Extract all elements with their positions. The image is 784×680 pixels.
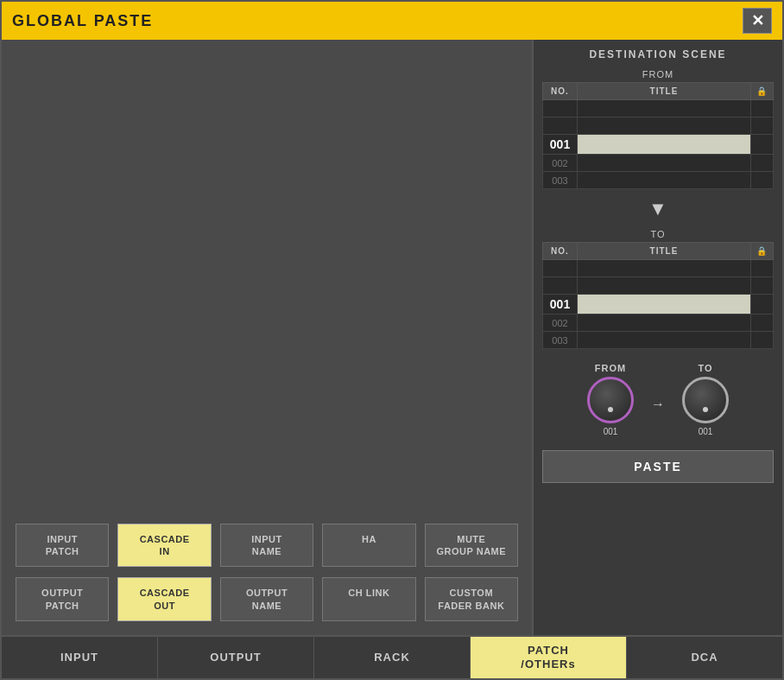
close-button[interactable]: ✕ [743, 8, 772, 34]
tab-dca-label: DCA [691, 651, 718, 664]
from-row-0-no [543, 100, 578, 118]
btn-cascade-in[interactable]: CASCADE IN [117, 524, 211, 568]
to-row-2-no: 001 [543, 295, 578, 315]
from-row-0-title [578, 100, 751, 118]
destination-scene-title: DESTINATION SCENE [542, 48, 774, 60]
title-bar: GLOBAL PASTE ✕ [2, 2, 782, 40]
to-row-2-title [578, 295, 751, 315]
from-row-3-title [578, 155, 751, 172]
to-knob[interactable] [682, 377, 729, 423]
button-row-1: INPUT PATCHCASCADE ININPUT NAMEHAMUTE GR… [16, 524, 518, 568]
tab-bar: INPUTOUTPUTRACKPATCH /OTHERsDCA [2, 635, 782, 678]
from-knob-label: FROM [595, 363, 626, 373]
from-label: FROM [542, 69, 774, 79]
left-panel: INPUT PATCHCASCADE ININPUT NAMEHAMUTE GR… [2, 40, 532, 635]
btn-output-name[interactable]: OUTPUT NAME [220, 577, 313, 621]
btn-input-name[interactable]: INPUT NAME [220, 524, 313, 568]
to-row-3-title [578, 315, 751, 332]
tab-output[interactable]: OUTPUT [158, 637, 314, 678]
from-row-2-title [578, 135, 751, 155]
tab-input[interactable]: INPUT [2, 637, 158, 678]
from-col-lock: 🔒 [751, 83, 774, 100]
to-row-0-lock [751, 260, 774, 277]
to-row-4-lock [751, 332, 774, 349]
global-paste-window: GLOBAL PASTE ✕ INPUT PATCHCASCADE ININPU… [0, 0, 784, 680]
arrow-section: ▼ [542, 196, 774, 222]
knob-arrow-icon: → [651, 397, 665, 412]
to-knob-label: TO [698, 363, 712, 373]
btn-ch-link[interactable]: CH LINK [322, 577, 415, 621]
from-row-0-lock [751, 100, 774, 118]
tab-patch-others[interactable]: PATCH /OTHERs [471, 637, 627, 678]
right-panel: DESTINATION SCENE FROM NO. TITLE 🔒 00100… [532, 40, 782, 635]
from-row-2-lock [751, 135, 774, 155]
to-row-4-title [578, 332, 751, 349]
btn-input-patch[interactable]: INPUT PATCH [16, 524, 109, 568]
from-row-1-title [578, 118, 751, 135]
btn-ha[interactable]: HA [322, 524, 415, 568]
to-row-1-no [543, 277, 578, 295]
to-knob-container: TO 001 [682, 363, 729, 436]
knob-section: FROM 001 → TO 001 [542, 356, 774, 443]
paste-button[interactable]: PASTE [542, 450, 774, 483]
to-row-3-lock [751, 315, 774, 332]
to-col-title: TITLE [578, 243, 751, 260]
to-row-2-lock [751, 295, 774, 315]
from-knob-container: FROM 001 [587, 363, 634, 436]
tab-rack[interactable]: RACK [314, 637, 471, 678]
from-row-2-no: 001 [543, 135, 578, 155]
from-row-4-no: 003 [543, 172, 578, 189]
tab-rack-label: RACK [374, 651, 410, 664]
to-col-lock: 🔒 [751, 243, 774, 260]
tab-dca[interactable]: DCA [627, 637, 782, 678]
btn-custom-fader-bank[interactable]: CUSTOM FADER BANK [425, 577, 518, 621]
btn-cascade-out[interactable]: CASCADE OUT [117, 577, 211, 621]
to-knob-value: 001 [699, 427, 713, 436]
from-col-title: TITLE [578, 83, 751, 100]
from-col-no: NO. [543, 83, 578, 100]
to-row-1-lock [751, 277, 774, 295]
btn-output-patch[interactable]: OUTPUT PATCH [16, 577, 109, 621]
from-row-3-no: 002 [543, 155, 578, 172]
tab-output-label: OUTPUT [210, 651, 261, 664]
to-row-0-title [578, 260, 751, 277]
tab-input-label: INPUT [60, 651, 98, 664]
from-row-4-title [578, 172, 751, 189]
window-title: GLOBAL PASTE [12, 12, 153, 30]
to-section: TO NO. TITLE 🔒 001002003 [542, 229, 774, 349]
from-section: FROM NO. TITLE 🔒 001002003 [542, 69, 774, 189]
from-row-3-lock [751, 155, 774, 172]
to-col-no: NO. [543, 243, 578, 260]
from-row-1-lock [751, 118, 774, 135]
from-knob[interactable] [587, 377, 634, 423]
down-arrow-icon: ▼ [648, 198, 667, 220]
to-row-4-no: 003 [543, 332, 578, 349]
to-label: TO [542, 229, 774, 239]
to-row-1-title [578, 277, 751, 295]
from-knob-value: 001 [604, 427, 618, 436]
btn-mute-group-name[interactable]: MUTE GROUP NAME [425, 524, 518, 568]
from-row-1-no [543, 118, 578, 135]
to-row-0-no [543, 260, 578, 277]
to-row-3-no: 002 [543, 315, 578, 332]
content-area: INPUT PATCHCASCADE ININPUT NAMEHAMUTE GR… [2, 40, 782, 635]
from-row-4-lock [751, 172, 774, 189]
to-table: NO. TITLE 🔒 001002003 [542, 242, 774, 349]
button-row-2: OUTPUT PATCHCASCADE OUTOUTPUT NAMECH LIN… [16, 577, 518, 621]
from-table: NO. TITLE 🔒 001002003 [542, 82, 774, 189]
tab-patch-others-label: PATCH /OTHERs [521, 644, 575, 670]
